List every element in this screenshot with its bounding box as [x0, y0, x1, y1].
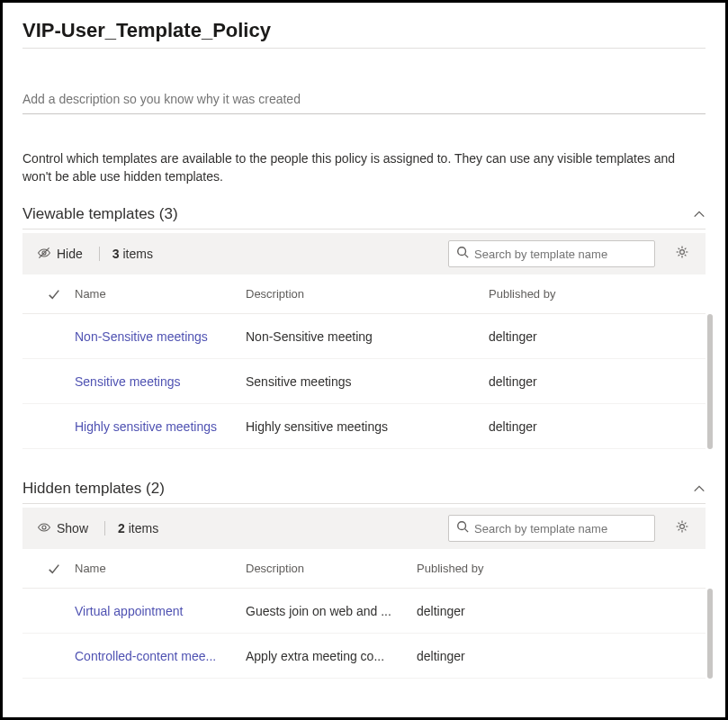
template-name-link[interactable]: Virtual appointment	[75, 604, 246, 618]
col-description[interactable]: Description	[246, 562, 417, 575]
hidden-settings-button[interactable]	[670, 516, 695, 541]
policy-blurb: Control which templates are available to…	[22, 150, 706, 185]
scrollbar[interactable]	[707, 589, 713, 679]
title-divider	[22, 48, 706, 49]
template-publisher: deltinger	[489, 419, 695, 434]
table-row[interactable]: Sensitive meetings Sensitive meetings de…	[22, 359, 706, 404]
hidden-item-count: 2 items	[118, 521, 158, 536]
chevron-up-icon	[693, 208, 706, 220]
svg-point-4	[680, 250, 685, 255]
viewable-section-header[interactable]: Viewable templates (3)	[22, 202, 706, 230]
template-description: Highly sensitive meetings	[246, 419, 489, 434]
template-publisher: deltinger	[489, 329, 695, 344]
template-publisher: deltinger	[489, 374, 695, 389]
svg-line-7	[465, 529, 469, 533]
template-name-link[interactable]: Sensitive meetings	[75, 374, 246, 389]
toolbar-divider	[99, 247, 100, 261]
hidden-section-header[interactable]: Hidden templates (2)	[22, 476, 706, 504]
hidden-table-header: Name Description Published by	[22, 549, 706, 589]
svg-point-5	[42, 526, 46, 529]
table-row[interactable]: Highly sensitive meetings Highly sensiti…	[22, 404, 706, 449]
table-row[interactable]: Controlled-content mee... Apply extra me…	[22, 634, 706, 679]
col-published-by[interactable]: Published by	[489, 287, 695, 301]
template-name-link[interactable]: Controlled-content mee...	[75, 649, 246, 663]
page-title: VIP-User_Template_Policy	[22, 19, 706, 42]
table-row[interactable]: Non-Sensitive meetings Non-Sensitive mee…	[22, 314, 706, 359]
hide-label: Hide	[57, 247, 83, 261]
hidden-search-box[interactable]	[448, 515, 655, 542]
gear-icon	[675, 519, 689, 537]
viewable-item-count: 3 items	[112, 247, 153, 261]
viewable-toolbar: Hide 3 items	[22, 233, 706, 274]
viewable-search-input[interactable]	[474, 248, 647, 261]
hidden-search-input[interactable]	[474, 522, 647, 536]
viewable-table-header: Name Description Published by	[22, 274, 706, 314]
search-icon	[456, 246, 474, 262]
gear-icon	[675, 245, 689, 263]
svg-point-2	[458, 248, 466, 256]
select-all-checkbox[interactable]	[33, 288, 75, 301]
template-description: Guests join on web and ...	[246, 604, 417, 618]
viewable-settings-button[interactable]	[670, 241, 695, 266]
show-button[interactable]: Show	[33, 518, 92, 539]
hide-icon	[37, 246, 51, 263]
show-label: Show	[57, 521, 88, 536]
chevron-up-icon	[693, 482, 706, 495]
col-published-by[interactable]: Published by	[417, 562, 695, 575]
table-row[interactable]: Virtual appointment Guests join on web a…	[22, 589, 706, 634]
template-publisher: deltinger	[417, 604, 695, 618]
search-icon	[456, 520, 474, 536]
svg-line-3	[465, 255, 469, 258]
col-name[interactable]: Name	[75, 562, 246, 575]
show-icon	[37, 520, 51, 537]
hidden-section-title: Hidden templates (2)	[22, 480, 165, 498]
col-description[interactable]: Description	[246, 287, 489, 301]
viewable-search-box[interactable]	[448, 240, 655, 267]
svg-point-8	[680, 525, 685, 529]
svg-point-6	[458, 522, 466, 530]
template-name-link[interactable]: Non-Sensitive meetings	[75, 329, 246, 344]
col-name[interactable]: Name	[75, 287, 246, 301]
hidden-toolbar: Show 2 items	[22, 508, 706, 549]
viewable-table: Name Description Published by Non-Sensit…	[22, 274, 706, 449]
toolbar-divider	[104, 521, 105, 536]
template-description: Non-Sensitive meeting	[246, 329, 489, 344]
select-all-checkbox[interactable]	[33, 562, 75, 575]
template-description: Apply extra meeting co...	[246, 649, 417, 663]
template-name-link[interactable]: Highly sensitive meetings	[75, 419, 246, 434]
viewable-section-title: Viewable templates (3)	[22, 205, 178, 223]
description-input[interactable]	[22, 86, 706, 114]
template-description: Sensitive meetings	[246, 374, 489, 389]
template-publisher: deltinger	[417, 649, 695, 663]
hide-button[interactable]: Hide	[33, 244, 86, 265]
scrollbar[interactable]	[707, 314, 713, 449]
hidden-table: Name Description Published by Virtual ap…	[22, 549, 706, 679]
